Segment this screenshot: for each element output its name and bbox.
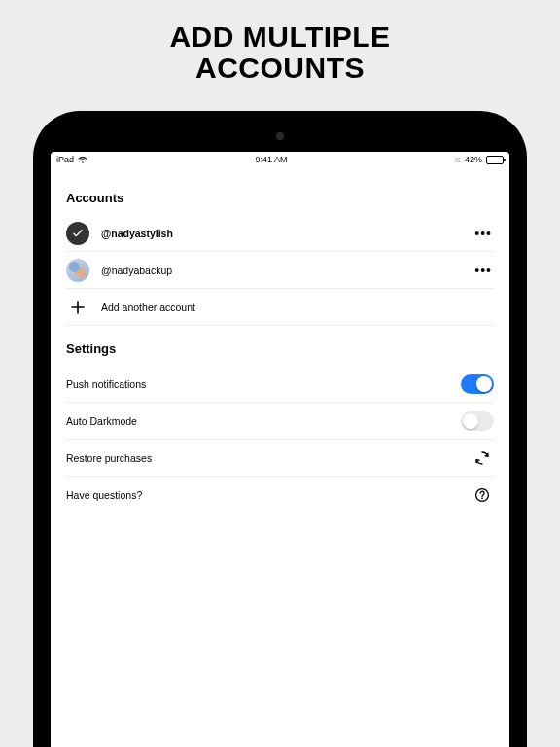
add-account-row[interactable]: Add another account (66, 289, 494, 326)
status-bar: iPad 9:41 AM ⧈ 42% (51, 152, 509, 167)
help-row[interactable]: Have questions? (66, 477, 494, 514)
plus-icon (66, 296, 89, 319)
auto-darkmode-row: Auto Darkmode (66, 403, 494, 440)
auto-darkmode-toggle[interactable] (461, 411, 494, 431)
settings-section-title: Settings (66, 341, 494, 356)
headline-line-2: ACCOUNTS (0, 53, 560, 84)
bluetooth-icon: ⧈ (455, 155, 461, 165)
marketing-headline: ADD MULTIPLE ACCOUNTS (0, 0, 560, 100)
push-notifications-row: Push notifications (66, 366, 494, 403)
push-notifications-label: Push notifications (66, 378, 146, 390)
add-account-label: Add another account (101, 302, 195, 313)
auto-darkmode-label: Auto Darkmode (66, 415, 137, 427)
avatar-selected-icon (66, 222, 89, 245)
accounts-section-title: Accounts (66, 191, 494, 205)
question-icon (471, 483, 494, 507)
headline-line-1: ADD MULTIPLE (0, 21, 560, 53)
account-row[interactable]: @nadyastylish ••• (66, 215, 494, 252)
device-frame: iPad 9:41 AM ⧈ 42% Accounts @nadyastylis… (33, 111, 527, 747)
svg-point-1 (481, 498, 483, 500)
wifi-icon (78, 156, 88, 163)
refresh-icon (471, 446, 494, 470)
account-row[interactable]: @nadyabackup ••• (66, 252, 494, 289)
restore-purchases-label: Restore purchases (66, 452, 152, 464)
battery-icon (486, 156, 504, 164)
push-notifications-toggle[interactable] (461, 374, 494, 394)
help-label: Have questions? (66, 489, 142, 501)
more-icon[interactable]: ••• (474, 227, 494, 240)
restore-purchases-row[interactable]: Restore purchases (66, 440, 494, 477)
status-battery-percent: 42% (465, 155, 482, 164)
status-device-label: iPad (56, 155, 74, 164)
app-screen: iPad 9:41 AM ⧈ 42% Accounts @nadyastylis… (51, 152, 509, 747)
device-camera (276, 132, 284, 140)
status-time: 9:41 AM (255, 155, 287, 164)
more-icon[interactable]: ••• (474, 264, 494, 277)
avatar-icon (66, 259, 89, 282)
account-handle: @nadyabackup (101, 265, 172, 276)
account-handle: @nadyastylish (101, 228, 173, 239)
